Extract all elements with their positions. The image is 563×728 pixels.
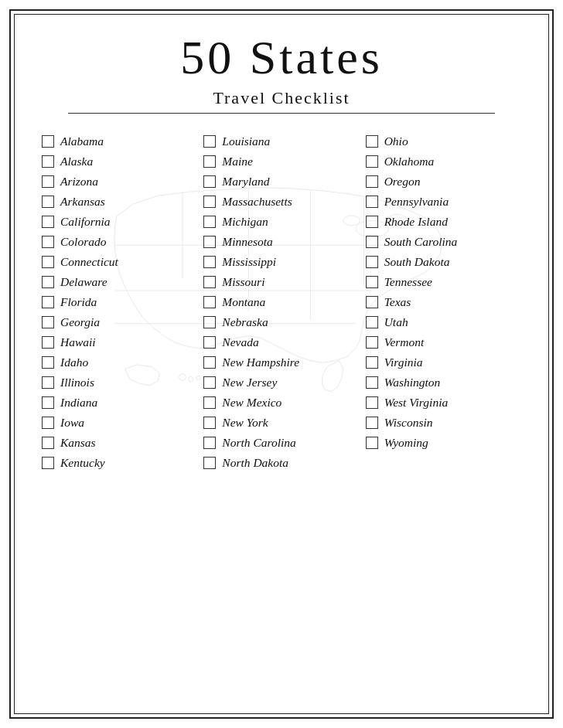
checkbox[interactable] <box>203 236 216 248</box>
list-item[interactable]: Nebraska <box>200 313 362 332</box>
checkbox[interactable] <box>366 135 378 148</box>
list-item[interactable]: Wyoming <box>363 434 524 452</box>
checkbox[interactable] <box>203 155 216 168</box>
checkbox[interactable] <box>203 276 216 288</box>
list-item[interactable]: Virginia <box>363 353 524 372</box>
checkbox[interactable] <box>42 437 54 449</box>
list-item[interactable]: Oklahoma <box>363 152 524 171</box>
checkbox[interactable] <box>366 316 378 328</box>
checkbox[interactable] <box>366 356 378 369</box>
list-item[interactable]: Florida <box>39 293 200 311</box>
checkbox[interactable] <box>366 256 378 268</box>
list-item[interactable]: Georgia <box>39 313 200 332</box>
list-item[interactable]: Mississippi <box>200 253 362 271</box>
checkbox[interactable] <box>42 216 54 228</box>
list-item[interactable]: Tennessee <box>363 273 524 291</box>
list-item[interactable]: Montana <box>200 293 362 311</box>
list-item[interactable]: South Carolina <box>363 233 524 251</box>
list-item[interactable]: Delaware <box>39 273 200 291</box>
list-item[interactable]: Nevada <box>200 333 362 352</box>
checkbox[interactable] <box>203 216 216 228</box>
list-item[interactable]: Utah <box>363 313 524 332</box>
checkbox[interactable] <box>366 155 378 168</box>
list-item[interactable]: Texas <box>363 293 524 311</box>
list-item[interactable]: Vermont <box>363 333 524 352</box>
checkbox[interactable] <box>203 396 216 409</box>
checkbox[interactable] <box>203 135 216 148</box>
checkbox[interactable] <box>42 356 54 369</box>
checkbox[interactable] <box>203 417 216 429</box>
list-item[interactable]: North Dakota <box>200 454 362 472</box>
checkbox[interactable] <box>42 457 54 469</box>
checkbox[interactable] <box>42 236 54 248</box>
checkbox[interactable] <box>203 356 216 369</box>
checkbox[interactable] <box>42 396 54 409</box>
list-item[interactable]: Rhode Island <box>363 213 524 231</box>
list-item[interactable]: New Jersey <box>200 373 362 392</box>
checkbox[interactable] <box>366 236 378 248</box>
list-item[interactable]: California <box>39 213 200 231</box>
list-item[interactable]: Washington <box>363 373 524 392</box>
checkbox[interactable] <box>42 417 54 429</box>
list-item[interactable]: Idaho <box>39 353 200 372</box>
checkbox[interactable] <box>42 316 54 328</box>
list-item[interactable]: Maine <box>200 152 362 171</box>
checkbox[interactable] <box>42 175 54 188</box>
checkbox[interactable] <box>203 457 216 469</box>
list-item[interactable]: West Virginia <box>363 393 524 412</box>
list-item[interactable]: Louisiana <box>200 132 362 151</box>
list-item[interactable]: Arkansas <box>39 192 200 211</box>
list-item[interactable]: South Dakota <box>363 253 524 271</box>
list-item[interactable]: Massachusetts <box>200 192 362 211</box>
checkbox[interactable] <box>42 155 54 168</box>
list-item[interactable]: Arizona <box>39 172 200 191</box>
list-item[interactable]: Michigan <box>200 213 362 231</box>
checkbox[interactable] <box>366 376 378 389</box>
checkbox[interactable] <box>42 196 54 208</box>
checkbox[interactable] <box>42 276 54 288</box>
checkbox[interactable] <box>42 376 54 389</box>
list-item[interactable]: Iowa <box>39 413 200 432</box>
checkbox[interactable] <box>203 336 216 349</box>
list-item[interactable]: Pennsylvania <box>363 192 524 211</box>
checkbox[interactable] <box>366 396 378 409</box>
list-item[interactable]: Hawaii <box>39 333 200 352</box>
list-item[interactable]: Alabama <box>39 132 200 151</box>
list-item[interactable]: Kansas <box>39 434 200 452</box>
list-item[interactable]: Missouri <box>200 273 362 291</box>
checkbox[interactable] <box>42 256 54 268</box>
list-item[interactable]: Illinois <box>39 373 200 392</box>
checkbox[interactable] <box>203 437 216 449</box>
checkbox[interactable] <box>42 135 54 148</box>
list-item[interactable]: New Mexico <box>200 393 362 412</box>
list-item[interactable]: Colorado <box>39 233 200 251</box>
checkbox[interactable] <box>203 256 216 268</box>
checkbox[interactable] <box>366 276 378 288</box>
checkbox[interactable] <box>366 437 378 449</box>
checkbox[interactable] <box>203 196 216 208</box>
checkbox[interactable] <box>366 175 378 188</box>
checkbox[interactable] <box>366 216 378 228</box>
checkbox[interactable] <box>203 316 216 328</box>
list-item[interactable]: New York <box>200 413 362 432</box>
checkbox[interactable] <box>366 196 378 208</box>
checkbox[interactable] <box>366 417 378 429</box>
checkbox[interactable] <box>203 175 216 188</box>
list-item[interactable]: Indiana <box>39 393 200 412</box>
list-item[interactable]: Ohio <box>363 132 524 151</box>
checkbox[interactable] <box>203 296 216 308</box>
checkbox[interactable] <box>42 296 54 308</box>
checkbox[interactable] <box>203 376 216 389</box>
list-item[interactable]: Oregon <box>363 172 524 191</box>
list-item[interactable]: North Carolina <box>200 434 362 452</box>
list-item[interactable]: Maryland <box>200 172 362 191</box>
checkbox[interactable] <box>366 296 378 308</box>
list-item[interactable]: New Hampshire <box>200 353 362 372</box>
list-item[interactable]: Alaska <box>39 152 200 171</box>
list-item[interactable]: Minnesota <box>200 233 362 251</box>
checkbox[interactable] <box>42 336 54 349</box>
list-item[interactable]: Wisconsin <box>363 413 524 432</box>
checkbox[interactable] <box>366 336 378 349</box>
list-item[interactable]: Connecticut <box>39 253 200 271</box>
list-item[interactable]: Kentucky <box>39 454 200 472</box>
